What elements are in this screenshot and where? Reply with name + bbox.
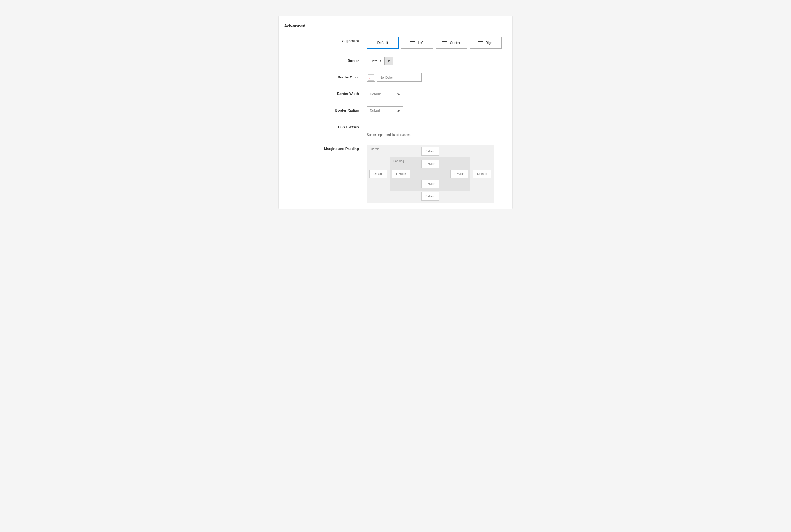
css-classes-hint: Space separated list of classes.	[367, 133, 512, 137]
alignment-center-button[interactable]: Center	[436, 37, 467, 49]
margin-bottom-input[interactable]	[421, 192, 439, 201]
border-width-suffix: px	[397, 90, 403, 98]
css-classes-input[interactable]	[367, 123, 512, 131]
label-border-color: Border Color	[279, 73, 367, 79]
alignment-center-label: Center	[450, 41, 460, 45]
alignment-right-button[interactable]: Right	[470, 37, 502, 49]
align-center-icon	[442, 41, 447, 45]
label-css-classes: CSS Classes	[279, 123, 367, 129]
margin-top-input[interactable]	[421, 147, 439, 156]
border-radius-suffix: px	[397, 107, 403, 115]
box-model-editor: Margin Padding	[367, 145, 494, 203]
padding-box: Padding	[390, 157, 471, 191]
label-border: Border	[279, 57, 367, 63]
row-border-color: Border Color	[279, 73, 512, 82]
border-width-input[interactable]	[367, 90, 397, 98]
padding-bottom-input[interactable]	[421, 180, 439, 188]
label-margins-padding: Margins and Padding	[279, 145, 367, 151]
alignment-left-button[interactable]: Left	[401, 37, 433, 49]
padding-left-input[interactable]	[392, 170, 410, 178]
alignment-default-label: Default	[377, 41, 388, 45]
label-border-radius: Border Radius	[279, 106, 367, 112]
border-select-value: Default	[367, 57, 384, 65]
row-css-classes: CSS Classes Space separated list of clas…	[279, 123, 512, 137]
row-border: Border Default	[279, 57, 512, 65]
border-select[interactable]: Default	[367, 57, 393, 65]
alignment-group: Default Left Center	[367, 37, 512, 49]
margin-left-input[interactable]	[369, 170, 387, 178]
label-border-width: Border Width	[279, 90, 367, 96]
border-color-swatch[interactable]	[367, 73, 375, 82]
align-left-icon	[410, 41, 415, 45]
row-border-width: Border Width px	[279, 90, 512, 98]
padding-right-input[interactable]	[450, 170, 468, 178]
margin-right-input[interactable]	[473, 170, 491, 178]
alignment-default-button[interactable]: Default	[367, 37, 399, 49]
padding-top-input[interactable]	[421, 160, 439, 168]
border-radius-input[interactable]	[367, 107, 397, 115]
alignment-left-label: Left	[418, 41, 424, 45]
align-right-icon	[478, 41, 483, 45]
row-alignment: Alignment Default Left Center	[279, 37, 512, 49]
row-border-radius: Border Radius px	[279, 106, 512, 115]
row-margins-padding: Margins and Padding Margin Padding	[279, 145, 512, 203]
panel-title: Advanced	[279, 23, 512, 37]
alignment-right-label: Right	[485, 41, 494, 45]
chevron-down-icon[interactable]	[384, 57, 393, 65]
label-alignment: Alignment	[279, 37, 367, 43]
border-color-input[interactable]	[376, 73, 422, 82]
no-color-icon	[368, 74, 374, 81]
advanced-panel: Advanced Alignment Default Left	[278, 16, 513, 209]
